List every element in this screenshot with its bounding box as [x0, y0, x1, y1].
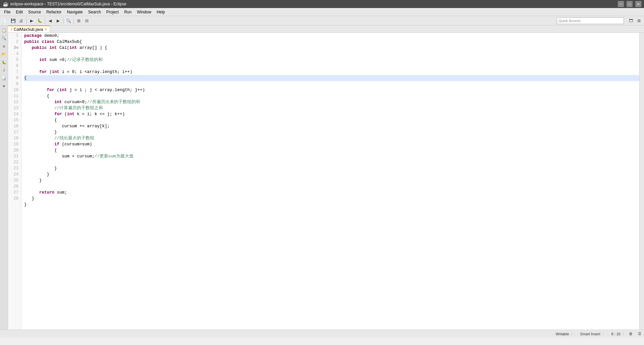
- sidebar-icon-5[interactable]: 🐛: [1, 59, 7, 66]
- code-line-2: public class CalMaxSub{: [24, 40, 82, 44]
- sidebar-icon-1[interactable]: 📋: [1, 27, 7, 33]
- menu-edit[interactable]: Edit: [13, 9, 25, 15]
- code-line-9: for (int j = i ; j < array.length; j++): [24, 88, 145, 92]
- line-num-5: 5: [9, 57, 18, 63]
- maximize-button[interactable]: □: [627, 1, 633, 7]
- menu-bar: File Edit Source Refactor Navigate Searc…: [0, 8, 644, 16]
- icons-btn[interactable]: ⊞: [635, 17, 643, 24]
- line-num-16: 16: [9, 123, 18, 129]
- code-line-22: }: [24, 166, 57, 171]
- window-controls: ─ □ ✕: [618, 1, 641, 7]
- line-numbers: 1 2 3⊖ 4 5 6 7 8 9 10 11 12 13 14 15 16 …: [8, 33, 21, 330]
- line-num-28: 28: [9, 196, 18, 202]
- line-num-10: 10: [9, 87, 18, 93]
- line-num-12: 12: [9, 99, 18, 105]
- quick-access-input[interactable]: Quick Access: [557, 17, 624, 24]
- code-line-1: package demo0;: [24, 33, 59, 38]
- code-line-5: int sum =0;//记录子数组的和: [24, 58, 103, 62]
- status-bar: Writable Smart Insert 8 : 10 🖹 ☰: [0, 330, 644, 338]
- code-line-3: public int Cal(int array[] ) {: [24, 46, 107, 50]
- minimap: [640, 33, 644, 330]
- editor-scrollbar[interactable]: [639, 33, 644, 330]
- code-line-27: }: [24, 196, 34, 201]
- menu-run[interactable]: Run: [121, 9, 134, 15]
- menu-window[interactable]: Window: [134, 9, 154, 15]
- code-line-16: }: [24, 130, 57, 135]
- code-line-14: {: [24, 118, 57, 123]
- window-title: eclipse-workspace - TEST1/src/demo0/CalM…: [10, 2, 618, 6]
- menu-search[interactable]: Search: [86, 9, 104, 15]
- code-line-26: return sum;: [24, 190, 67, 195]
- code-line-10: {: [24, 94, 49, 98]
- code-line-15: cursum += array[k];: [24, 124, 110, 129]
- code-line-23: }: [24, 172, 49, 177]
- app-icon: ☕: [3, 1, 8, 7]
- code-editor[interactable]: package demo0; public class CalMaxSub{ p…: [21, 33, 639, 330]
- line-num-3: 3⊖: [9, 45, 18, 51]
- line-num-1: 1: [9, 33, 18, 39]
- search-button[interactable]: 🔍: [65, 17, 72, 24]
- line-num-14: 14: [9, 111, 18, 117]
- open-perspective-btn[interactable]: 🗖: [627, 17, 635, 24]
- status-icon-1: 🖹: [629, 332, 633, 336]
- perspective-button[interactable]: ⊞: [75, 17, 83, 24]
- editor-scroll-area: 1 2 3⊖ 4 5 6 7 8 9 10 11 12 13 14 15 16 …: [8, 33, 644, 330]
- debug-button[interactable]: 🐛: [36, 17, 43, 24]
- sidebar-icon-6[interactable]: J: [1, 67, 7, 74]
- line-num-2: 2: [9, 39, 18, 45]
- line-num-17: 17: [9, 129, 18, 135]
- line-num-20: 20: [9, 147, 18, 153]
- tab-java-icon: J: [11, 27, 12, 31]
- menu-file[interactable]: File: [1, 9, 13, 15]
- close-button[interactable]: ✕: [635, 1, 641, 7]
- code-line-24: }: [24, 178, 42, 183]
- next-button[interactable]: ▶: [54, 17, 62, 24]
- code-line-18: if (cursum>sum): [24, 142, 92, 147]
- tab-label: CalMaxSub.java: [14, 27, 43, 32]
- toolbar-sep-4: [73, 17, 74, 24]
- line-num-7: 7: [9, 69, 18, 75]
- line-num-11: 11: [9, 93, 18, 99]
- code-line-8: {: [24, 75, 639, 81]
- line-num-27: 27: [9, 190, 18, 196]
- insert-mode-status: Smart Insert: [578, 332, 603, 336]
- new-button[interactable]: 📄: [1, 17, 9, 24]
- sidebar-icon-7[interactable]: 📊: [1, 75, 7, 82]
- menu-source[interactable]: Source: [25, 9, 44, 15]
- print-button[interactable]: 🖨: [17, 17, 25, 24]
- menu-help[interactable]: Help: [154, 9, 168, 15]
- line-num-18: 18: [9, 135, 18, 141]
- menu-navigate[interactable]: Navigate: [64, 9, 85, 15]
- line-num-26: 26: [9, 184, 18, 190]
- code-line-17: //找出最大的子数组: [24, 136, 94, 141]
- tab-bar: J CalMaxSub.java ✕: [8, 25, 644, 33]
- editor-container: J CalMaxSub.java ✕ 1 2 3⊖ 4 5 6 7 8 9 10…: [8, 25, 644, 330]
- cursor-position: 8 : 10: [608, 332, 624, 336]
- prev-button[interactable]: ◀: [46, 17, 54, 24]
- open-perspective[interactable]: ⊟: [83, 17, 91, 24]
- code-line-20: sum = cursum;//更新sum为最大值: [24, 154, 133, 159]
- sidebar-icon-3[interactable]: ⚙: [1, 43, 7, 50]
- save-button[interactable]: 💾: [9, 17, 17, 24]
- code-line-11: int cursum=0;//所遍历出来的子数组的和: [24, 100, 140, 105]
- menu-project[interactable]: Project: [104, 9, 121, 15]
- line-num-4: 4: [9, 51, 18, 57]
- title-bar: ☕ eclipse-workspace - TEST1/src/demo0/Ca…: [0, 0, 644, 8]
- tab-rest-area: [50, 25, 644, 32]
- sidebar-icon-8[interactable]: ▼: [1, 83, 7, 90]
- run-last-button[interactable]: ▶: [28, 17, 35, 24]
- line-num-9: 9: [9, 81, 18, 87]
- tab-close-button[interactable]: ✕: [44, 27, 47, 31]
- sidebar-icon-2[interactable]: 🔍: [1, 35, 7, 42]
- line-num-25: 25: [9, 178, 18, 184]
- editor-tab-calmax[interactable]: J CalMaxSub.java ✕: [8, 25, 50, 32]
- line-num-19: 19: [9, 141, 18, 147]
- toolbar-sep-1: [26, 17, 26, 24]
- code-line-19: {: [24, 148, 57, 153]
- minimize-button[interactable]: ─: [618, 1, 624, 7]
- line-num-21: 21: [9, 153, 18, 159]
- toolbar: 📄 💾 🖨 ▶ 🐛 ◀ ▶ 🔍 ⊞ ⊟ Quick Access 🗖 ⊞: [0, 16, 644, 25]
- line-num-13: 13: [9, 105, 18, 111]
- menu-refactor[interactable]: Refactor: [44, 9, 64, 15]
- sidebar-icon-4[interactable]: 📂: [1, 51, 7, 58]
